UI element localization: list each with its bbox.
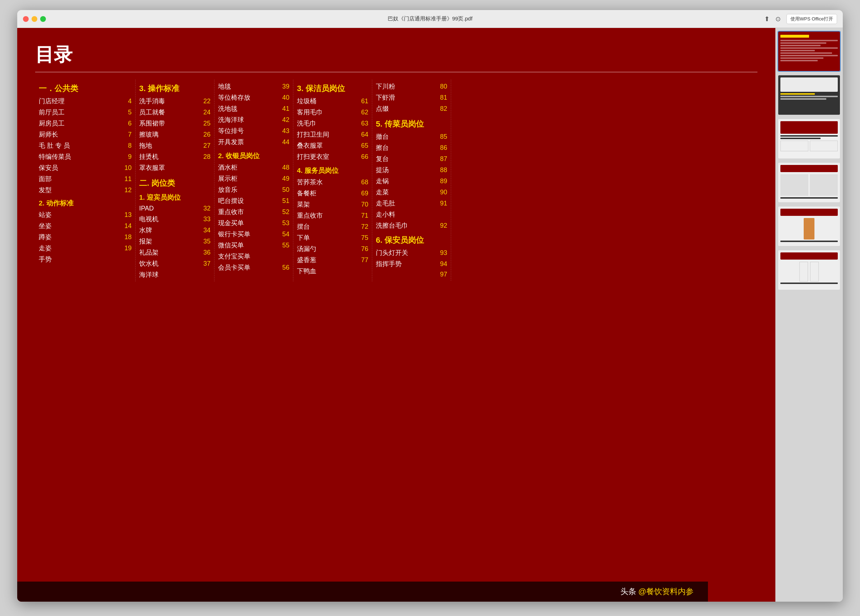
- list-item: 毛 肚 专 员 8: [39, 141, 132, 150]
- list-item: 提汤 88: [376, 166, 447, 174]
- list-item: 垃圾桶 61: [297, 97, 368, 105]
- list-item: 会员卡买单 56: [218, 263, 289, 272]
- section-5-delivery-header: 5. 传菜员岗位: [376, 119, 447, 129]
- list-item: 水牌 34: [139, 226, 210, 235]
- footer-bar: 头条 @餐饮资料内参: [17, 582, 708, 602]
- close-button[interactable]: [23, 16, 29, 22]
- toc-col-4: 3. 保洁员岗位 垃圾桶 61 客用毛巾 62 洗毛巾 63 打扫卫生间: [293, 80, 372, 282]
- thumb-5[interactable]: [777, 206, 841, 247]
- list-item: 洗手消毒 22: [139, 97, 210, 105]
- list-item: 擦玻璃 26: [139, 130, 210, 139]
- list-item: 电视机 33: [139, 215, 210, 223]
- section-1-header: 一．公共类: [39, 83, 132, 94]
- section-3-cleaning-header: 3. 保洁员岗位: [297, 83, 368, 94]
- list-item: 走姿 19: [39, 244, 132, 252]
- list-item: 拖地 27: [139, 141, 210, 150]
- window-controls[interactable]: [23, 16, 46, 22]
- toc-col-1: 一．公共类 门店经理 4 前厅员工 5 厨房员工 6 厨师长: [35, 80, 136, 282]
- thumb-img-6: [778, 250, 840, 290]
- list-item: 支付宝买单: [218, 252, 289, 261]
- list-item: 吧台摆设 51: [218, 196, 289, 205]
- list-item: 走小料: [376, 210, 447, 219]
- section-2-pos-header: 二. 岗位类: [139, 178, 210, 189]
- col5-left: 下川粉 80 下虾滑 81 点缀 82 5. 传菜员岗位: [376, 80, 451, 281]
- list-item: 厨房员工 6: [39, 119, 132, 128]
- thumb-content-6: [778, 250, 840, 290]
- thumb-img-5: [778, 207, 840, 246]
- list-item: 擦台 86: [376, 143, 447, 152]
- toc-col-2: 3. 操作标准 洗手消毒 22 员工就餐 24 系围裙带 25 擦玻璃: [136, 80, 215, 282]
- list-item: 特编传菜员 9: [39, 152, 132, 161]
- section-3op-header: 3. 操作标准: [139, 83, 210, 94]
- list-item: 重点收市 52: [218, 208, 289, 216]
- subsection-2-cashier-header: 2. 收银员岗位: [218, 151, 289, 161]
- thumb-1[interactable]: [777, 31, 841, 72]
- list-item: 地毯 39: [218, 82, 289, 91]
- list-item: 洗地毯 41: [218, 104, 289, 113]
- list-item: 撤台 85: [376, 132, 447, 141]
- list-item: 微信买单 55: [218, 241, 289, 249]
- list-item: 面部 11: [39, 175, 132, 183]
- col3-spacer: 地毯 39 等位椅存放 40 洗地毯 41 洗海洋球: [218, 82, 289, 146]
- list-item: 蹲姿 18: [39, 233, 132, 241]
- subsection-1-ying-header: 1. 迎宾员岗位: [139, 193, 210, 202]
- list-item: 汤漏勺 76: [297, 245, 368, 253]
- list-item: 罩衣服罩: [139, 163, 210, 172]
- share-icon[interactable]: ⬆: [764, 15, 770, 23]
- list-item: 饮水机 37: [139, 259, 210, 268]
- content-area: 目录 一．公共类 门店经理 4 前厅员工 5 厨房员工 6: [17, 28, 843, 602]
- list-item: 门头灯开关 93: [376, 248, 447, 257]
- minimize-button[interactable]: [31, 16, 37, 22]
- titlebar-right: ⬆ ⊙ 使用WPS Office打开: [764, 14, 837, 24]
- col5-inner: 下川粉 80 下虾滑 81 点缀 82 5. 传菜员岗位: [376, 80, 526, 281]
- list-item: 盛香葱 77: [297, 255, 368, 264]
- list-item: 洗擦台毛巾 92: [376, 221, 447, 230]
- bookmark-icon[interactable]: ⊙: [775, 15, 781, 23]
- list-item: 员工就餐 24: [139, 108, 210, 116]
- thumb-6[interactable]: [777, 249, 841, 290]
- thumb-2[interactable]: [777, 75, 841, 116]
- wps-open-button[interactable]: 使用WPS Office打开: [786, 14, 837, 24]
- thumb-content-4: [778, 163, 840, 202]
- list-item: 洗毛巾 63: [297, 119, 368, 128]
- subsection-4-waiter-header: 4. 服务员岗位: [297, 166, 368, 176]
- footer-watermark: 头条 @餐饮资料内参: [620, 586, 694, 597]
- thumb-content-1: [778, 31, 840, 71]
- list-item: 下单 75: [297, 234, 368, 242]
- thumb-img-1: [778, 31, 840, 71]
- list-item: 保安员 10: [39, 163, 132, 172]
- list-item: 叠衣服罩 65: [297, 141, 368, 150]
- list-item: 走毛肚 91: [376, 199, 447, 208]
- titlebar: 巴奴《门店通用标准手册》99页.pdf ⬆ ⊙ 使用WPS Office打开: [17, 10, 843, 28]
- list-item: 发型 12: [39, 186, 132, 194]
- list-item: 银行卡买单 54: [218, 230, 289, 238]
- list-item: IPAD 32: [139, 205, 210, 212]
- maximize-button[interactable]: [40, 16, 46, 22]
- list-item: 复台 87: [376, 155, 447, 163]
- list-item: 点缀 82: [376, 104, 447, 113]
- list-item: 酒水柜 48: [218, 163, 289, 172]
- thumbnail-sidebar[interactable]: [775, 28, 843, 602]
- list-item: 等位椅存放 40: [218, 93, 289, 102]
- thumb-4[interactable]: [777, 162, 841, 203]
- subsection-2-header: 2. 动作标准: [39, 199, 132, 208]
- list-item: 等位排号 43: [218, 127, 289, 135]
- toc-grid: 一．公共类 门店经理 4 前厅员工 5 厨房员工 6 厨师长: [35, 80, 758, 282]
- list-item: 门店经理 4: [39, 97, 132, 105]
- col5-right: [451, 80, 526, 281]
- list-item: 放音乐 50: [218, 185, 289, 194]
- list-item: 客用毛巾 62: [297, 108, 368, 116]
- list-item: 手势: [39, 255, 132, 263]
- list-item: 摆台 72: [297, 222, 368, 231]
- toc-col-5: 下川粉 80 下虾滑 81 点缀 82 5. 传菜员岗位: [372, 80, 530, 282]
- section-6-security-header: 6. 保安员岗位: [376, 235, 447, 246]
- list-item: 打扫更衣室 66: [297, 152, 368, 161]
- list-item: 报架 35: [139, 237, 210, 246]
- list-item: 走菜 90: [376, 188, 447, 196]
- list-item: 97: [376, 271, 447, 278]
- list-item: 现金买单 53: [218, 219, 289, 227]
- thumb-3[interactable]: [777, 118, 841, 159]
- thumb-content-5: [778, 207, 840, 246]
- list-item: 前厅员工 5: [39, 108, 132, 116]
- toc-main-title: 目录: [35, 42, 758, 72]
